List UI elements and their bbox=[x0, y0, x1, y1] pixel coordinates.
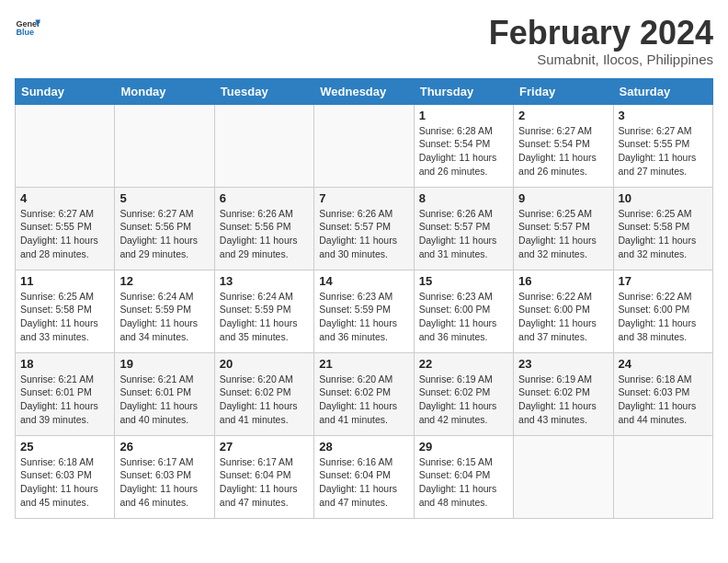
day-detail: Sunrise: 6:24 AM Sunset: 5:59 PM Dayligh… bbox=[220, 290, 309, 344]
day-number: 13 bbox=[220, 274, 309, 288]
day-cell: 26Sunrise: 6:17 AM Sunset: 6:03 PM Dayli… bbox=[115, 435, 214, 518]
day-number: 21 bbox=[319, 357, 408, 371]
day-detail: Sunrise: 6:27 AM Sunset: 5:55 PM Dayligh… bbox=[619, 124, 708, 178]
day-cell bbox=[613, 435, 712, 518]
day-detail: Sunrise: 6:17 AM Sunset: 6:04 PM Dayligh… bbox=[220, 455, 309, 510]
day-number: 15 bbox=[419, 274, 508, 288]
col-header-thursday: Thursday bbox=[414, 78, 513, 104]
day-cell: 16Sunrise: 6:22 AM Sunset: 6:00 PM Dayli… bbox=[514, 270, 613, 352]
day-detail: Sunrise: 6:25 AM Sunset: 5:57 PM Dayligh… bbox=[518, 207, 608, 261]
day-number: 2 bbox=[518, 109, 608, 122]
day-number: 10 bbox=[619, 191, 708, 205]
col-header-wednesday: Wednesday bbox=[314, 78, 414, 104]
day-detail: Sunrise: 6:28 AM Sunset: 5:54 PM Dayligh… bbox=[419, 124, 508, 178]
day-cell: 15Sunrise: 6:23 AM Sunset: 6:00 PM Dayli… bbox=[414, 270, 513, 352]
day-number: 8 bbox=[419, 191, 508, 205]
day-cell: 20Sunrise: 6:20 AM Sunset: 6:02 PM Dayli… bbox=[214, 352, 313, 435]
day-detail: Sunrise: 6:17 AM Sunset: 6:03 PM Dayligh… bbox=[119, 455, 209, 510]
day-cell: 29Sunrise: 6:15 AM Sunset: 6:04 PM Dayli… bbox=[414, 435, 513, 518]
day-number: 5 bbox=[119, 191, 209, 205]
day-number: 19 bbox=[119, 357, 209, 371]
day-cell: 24Sunrise: 6:18 AM Sunset: 6:03 PM Dayli… bbox=[613, 352, 712, 435]
day-detail: Sunrise: 6:19 AM Sunset: 6:02 PM Dayligh… bbox=[419, 373, 508, 427]
day-number: 22 bbox=[419, 357, 508, 371]
location-subtitle: Sumabnit, Ilocos, Philippines bbox=[489, 52, 713, 67]
day-detail: Sunrise: 6:15 AM Sunset: 6:04 PM Dayligh… bbox=[419, 455, 508, 510]
logo: General Blue bbox=[15, 15, 40, 40]
day-cell: 19Sunrise: 6:21 AM Sunset: 6:01 PM Dayli… bbox=[115, 352, 214, 435]
day-cell: 14Sunrise: 6:23 AM Sunset: 5:59 PM Dayli… bbox=[314, 270, 414, 352]
calendar-header-row: SundayMondayTuesdayWednesdayThursdayFrid… bbox=[16, 78, 713, 104]
calendar-table: SundayMondayTuesdayWednesdayThursdayFrid… bbox=[15, 78, 713, 519]
day-detail: Sunrise: 6:18 AM Sunset: 6:03 PM Dayligh… bbox=[20, 455, 109, 510]
day-detail: Sunrise: 6:25 AM Sunset: 5:58 PM Dayligh… bbox=[20, 290, 109, 344]
day-detail: Sunrise: 6:27 AM Sunset: 5:54 PM Dayligh… bbox=[518, 124, 608, 178]
day-detail: Sunrise: 6:19 AM Sunset: 6:02 PM Dayligh… bbox=[518, 373, 608, 427]
day-detail: Sunrise: 6:22 AM Sunset: 6:00 PM Dayligh… bbox=[518, 290, 608, 344]
day-number: 11 bbox=[20, 274, 109, 288]
day-number: 24 bbox=[619, 357, 708, 371]
day-number: 7 bbox=[319, 191, 408, 205]
col-header-sunday: Sunday bbox=[16, 78, 115, 104]
week-row-4: 18Sunrise: 6:21 AM Sunset: 6:01 PM Dayli… bbox=[16, 352, 713, 435]
day-cell: 8Sunrise: 6:26 AM Sunset: 5:57 PM Daylig… bbox=[414, 187, 513, 270]
day-cell bbox=[115, 104, 214, 187]
day-cell bbox=[16, 104, 115, 187]
day-number: 14 bbox=[319, 274, 408, 288]
col-header-monday: Monday bbox=[115, 78, 214, 104]
day-number: 1 bbox=[419, 109, 508, 122]
day-number: 29 bbox=[419, 440, 508, 454]
day-cell: 13Sunrise: 6:24 AM Sunset: 5:59 PM Dayli… bbox=[214, 270, 313, 352]
day-cell: 21Sunrise: 6:20 AM Sunset: 6:02 PM Dayli… bbox=[314, 352, 414, 435]
day-number: 28 bbox=[319, 440, 408, 454]
day-number: 4 bbox=[20, 191, 109, 205]
day-detail: Sunrise: 6:23 AM Sunset: 6:00 PM Dayligh… bbox=[419, 290, 508, 344]
col-header-tuesday: Tuesday bbox=[214, 78, 313, 104]
week-row-1: 1Sunrise: 6:28 AM Sunset: 5:54 PM Daylig… bbox=[16, 104, 713, 187]
day-cell: 10Sunrise: 6:25 AM Sunset: 5:58 PM Dayli… bbox=[613, 187, 712, 270]
day-cell bbox=[514, 435, 613, 518]
day-detail: Sunrise: 6:27 AM Sunset: 5:55 PM Dayligh… bbox=[20, 207, 109, 261]
day-detail: Sunrise: 6:22 AM Sunset: 6:00 PM Dayligh… bbox=[619, 290, 708, 344]
day-number: 12 bbox=[119, 274, 209, 288]
day-number: 16 bbox=[518, 274, 608, 288]
day-cell: 27Sunrise: 6:17 AM Sunset: 6:04 PM Dayli… bbox=[214, 435, 313, 518]
day-cell: 3Sunrise: 6:27 AM Sunset: 5:55 PM Daylig… bbox=[613, 104, 712, 187]
day-cell: 12Sunrise: 6:24 AM Sunset: 5:59 PM Dayli… bbox=[115, 270, 214, 352]
day-detail: Sunrise: 6:20 AM Sunset: 6:02 PM Dayligh… bbox=[220, 373, 309, 427]
month-year-title: February 2024 bbox=[489, 15, 713, 52]
day-cell bbox=[314, 104, 414, 187]
day-detail: Sunrise: 6:16 AM Sunset: 6:04 PM Dayligh… bbox=[319, 455, 408, 510]
day-detail: Sunrise: 6:23 AM Sunset: 5:59 PM Dayligh… bbox=[319, 290, 408, 344]
day-cell: 5Sunrise: 6:27 AM Sunset: 5:56 PM Daylig… bbox=[115, 187, 214, 270]
day-number: 26 bbox=[119, 440, 209, 454]
day-number: 25 bbox=[20, 440, 109, 454]
page-header: General Blue February 2024 Sumabnit, Ilo… bbox=[15, 15, 713, 67]
day-number: 3 bbox=[619, 109, 708, 122]
col-header-friday: Friday bbox=[514, 78, 613, 104]
day-detail: Sunrise: 6:21 AM Sunset: 6:01 PM Dayligh… bbox=[119, 373, 209, 427]
logo-icon: General Blue bbox=[15, 15, 40, 40]
day-detail: Sunrise: 6:18 AM Sunset: 6:03 PM Dayligh… bbox=[619, 373, 708, 427]
day-cell: 2Sunrise: 6:27 AM Sunset: 5:54 PM Daylig… bbox=[514, 104, 613, 187]
day-cell: 6Sunrise: 6:26 AM Sunset: 5:56 PM Daylig… bbox=[214, 187, 313, 270]
day-detail: Sunrise: 6:24 AM Sunset: 5:59 PM Dayligh… bbox=[119, 290, 209, 344]
day-detail: Sunrise: 6:21 AM Sunset: 6:01 PM Dayligh… bbox=[20, 373, 109, 427]
col-header-saturday: Saturday bbox=[613, 78, 712, 104]
day-detail: Sunrise: 6:26 AM Sunset: 5:56 PM Dayligh… bbox=[220, 207, 309, 261]
day-number: 9 bbox=[518, 191, 608, 205]
day-cell: 28Sunrise: 6:16 AM Sunset: 6:04 PM Dayli… bbox=[314, 435, 414, 518]
day-detail: Sunrise: 6:27 AM Sunset: 5:56 PM Dayligh… bbox=[119, 207, 209, 261]
day-number: 18 bbox=[20, 357, 109, 371]
day-cell: 11Sunrise: 6:25 AM Sunset: 5:58 PM Dayli… bbox=[16, 270, 115, 352]
week-row-5: 25Sunrise: 6:18 AM Sunset: 6:03 PM Dayli… bbox=[16, 435, 713, 518]
day-number: 20 bbox=[220, 357, 309, 371]
day-cell bbox=[214, 104, 313, 187]
day-number: 23 bbox=[518, 357, 608, 371]
day-detail: Sunrise: 6:25 AM Sunset: 5:58 PM Dayligh… bbox=[619, 207, 708, 261]
svg-text:Blue: Blue bbox=[16, 28, 34, 37]
day-cell: 17Sunrise: 6:22 AM Sunset: 6:00 PM Dayli… bbox=[613, 270, 712, 352]
day-number: 17 bbox=[619, 274, 708, 288]
day-cell: 1Sunrise: 6:28 AM Sunset: 5:54 PM Daylig… bbox=[414, 104, 513, 187]
week-row-2: 4Sunrise: 6:27 AM Sunset: 5:55 PM Daylig… bbox=[16, 187, 713, 270]
